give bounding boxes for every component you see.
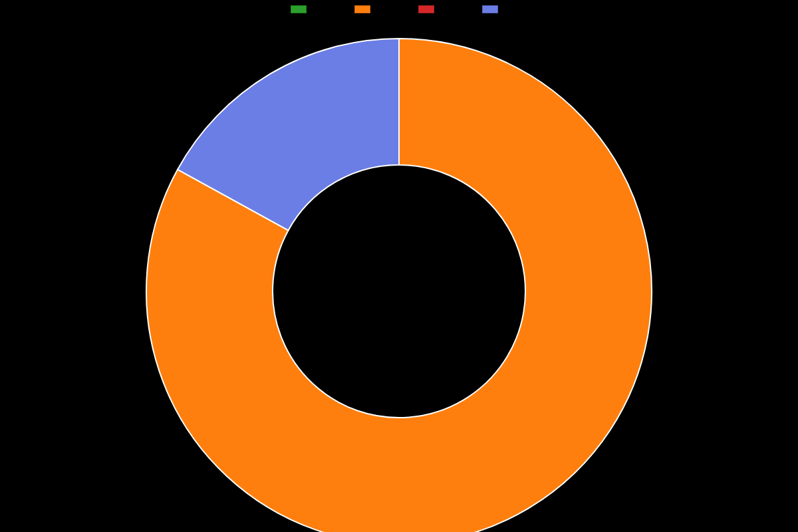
donut-svg: [0, 19, 798, 532]
legend-item-0: [291, 5, 316, 13]
legend-item-1: [354, 5, 380, 13]
legend-swatch-1: [354, 5, 370, 13]
legend-swatch-3: [482, 5, 498, 13]
donut-chart: [0, 19, 798, 532]
legend-item-3: [482, 5, 507, 13]
legend-swatch-2: [418, 5, 434, 13]
donut-slices: [146, 39, 652, 532]
legend-item-2: [418, 5, 444, 13]
chart-legend: [0, 5, 798, 13]
legend-swatch-0: [291, 5, 307, 13]
